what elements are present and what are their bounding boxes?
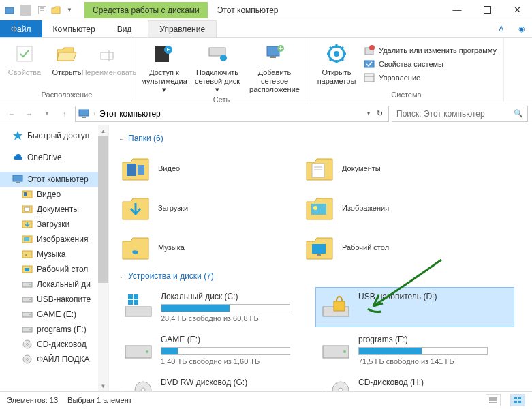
map-network-drive-button[interactable]: Подключить сетевой диск ▾ <box>193 42 242 94</box>
sidebar-item[interactable]: Загрузки <box>0 217 108 232</box>
qat-dropdown-icon[interactable]: ▼ <box>64 5 75 16</box>
drive-item[interactable]: programs (F:)71,5 ГБ свободно из 141 ГБ <box>316 331 514 369</box>
svg-point-53 <box>27 344 29 346</box>
address-bar[interactable]: › ▾ ↻ <box>75 106 389 122</box>
folder-item[interactable]: Документы <box>302 150 486 187</box>
qat-properties-icon[interactable] <box>37 5 48 16</box>
nav-history-dropdown[interactable]: ▼ <box>40 106 54 121</box>
system-properties-button[interactable]: Свойства системы <box>364 59 497 70</box>
disk-tools-tab[interactable]: Средства работы с дисками <box>84 2 208 18</box>
add-network-location-button[interactable]: Добавить сетевое расположение <box>246 42 303 94</box>
tab-computer[interactable]: Компьютер <box>42 20 106 37</box>
minimize-button[interactable]: — <box>442 0 472 20</box>
ribbon-collapse-icon[interactable]: ᐱ <box>491 20 512 37</box>
chevron-down-icon: ⌄ <box>119 273 124 279</box>
sidebar-item[interactable]: Документы <box>0 202 108 217</box>
desktop-folder-icon <box>305 233 334 262</box>
sidebar-item[interactable]: OneDrive <box>0 150 108 165</box>
sidebar-item[interactable]: programs (F:) <box>0 322 108 337</box>
search-input[interactable] <box>396 109 510 119</box>
svg-point-73 <box>146 350 148 353</box>
sidebar-item[interactable]: Музыка <box>0 247 108 262</box>
svg-rect-5 <box>17 46 32 61</box>
folders-section-header[interactable]: ⌄Папки (6) <box>119 134 522 143</box>
search-box[interactable]: 🔍 <box>392 106 528 122</box>
sidebar-item[interactable]: Видео <box>0 187 108 202</box>
sidebar-item[interactable]: CD-дисковод <box>0 337 108 352</box>
folder-label: Музыка <box>158 243 185 252</box>
drive-item[interactable]: Локальный диск (C:)28,4 ГБ свободно из 6… <box>119 288 316 327</box>
media-label: Доступ к мультимедиа ▾ <box>140 68 189 94</box>
tab-file[interactable]: Файл <box>0 20 42 37</box>
drive-item[interactable]: CD-дисковод (H:) <box>316 374 514 391</box>
folder-item[interactable]: Музыка <box>119 229 302 266</box>
network-drive-icon <box>207 42 228 65</box>
tab-manage[interactable]: Управление <box>148 20 217 37</box>
sidebar-item[interactable]: ФАЙЛ ПОДКА <box>0 352 108 367</box>
drive-label: programs (F:) <box>358 335 508 344</box>
drive-item[interactable]: GAME (E:)1,40 ТБ свободно из 1,60 ТБ <box>119 331 316 369</box>
folder-item[interactable]: Рабочий стол <box>302 229 486 266</box>
sidebar-item[interactable]: Изображения <box>0 232 108 247</box>
svg-rect-27 <box>364 61 374 67</box>
folder-item[interactable]: Загрузки <box>119 190 302 226</box>
folder-item[interactable]: Изображения <box>302 190 486 226</box>
selection-count: Выбран 1 элемент <box>67 396 132 404</box>
address-input[interactable] <box>99 109 363 119</box>
sidebar-scrollbar[interactable]: ▲ ▼ <box>98 125 108 391</box>
add-network-icon <box>264 42 285 65</box>
sidebar-item-label: Видео <box>37 190 61 199</box>
tab-view[interactable]: Вид <box>106 20 143 37</box>
image-icon <box>22 234 33 245</box>
media-access-button[interactable]: Доступ к мультимедиа ▾ <box>140 42 189 94</box>
svg-rect-56 <box>127 164 136 176</box>
settings-label: Открыть параметры <box>315 68 358 85</box>
maximize-button[interactable] <box>472 0 502 20</box>
sidebar-item[interactable]: USB-накопите <box>0 292 108 307</box>
close-button[interactable]: ✕ <box>502 0 532 20</box>
svg-rect-89 <box>518 401 521 403</box>
refresh-icon[interactable]: ↻ <box>374 109 386 118</box>
view-details-button[interactable] <box>486 394 501 406</box>
rename-button[interactable]: Переименовать <box>90 42 128 77</box>
manage-button[interactable]: Управление <box>364 72 497 83</box>
scroll-down-arrow[interactable]: ▼ <box>98 380 108 391</box>
devices-section-header[interactable]: ⌄Устройства и диски (7) <box>119 271 522 281</box>
system-menu-icon[interactable] <box>4 5 15 16</box>
scrollbar-thumb[interactable] <box>98 136 108 283</box>
sidebar-item[interactable]: Рабочий стол <box>0 262 108 277</box>
qat-new-folder-icon[interactable] <box>50 5 61 16</box>
svg-point-11 <box>220 55 227 61</box>
properties-label: Свойства <box>8 68 41 77</box>
view-icons-button[interactable] <box>510 394 525 406</box>
svg-rect-37 <box>25 207 29 211</box>
nav-back-button[interactable]: ← <box>4 106 19 121</box>
nav-up-button[interactable]: ↑ <box>57 106 72 121</box>
nav-forward-button[interactable]: → <box>22 106 37 121</box>
sidebar-item[interactable]: GAME (E:) <box>0 307 108 322</box>
sidebar-item[interactable]: Этот компьютер <box>0 172 108 187</box>
sidebar-item[interactable]: Локальный ди <box>0 277 108 292</box>
search-icon[interactable]: 🔍 <box>514 109 523 118</box>
scroll-up-arrow[interactable]: ▲ <box>98 125 108 136</box>
properties-button[interactable]: Свойства <box>5 42 44 77</box>
folder-item[interactable]: Видео <box>119 150 302 187</box>
doc-folder-icon <box>305 154 334 183</box>
open-button[interactable]: Открыть <box>48 42 86 77</box>
svg-line-22 <box>341 59 343 61</box>
drive-item[interactable]: DVDDVD RW дисковод (G:) <box>119 374 316 391</box>
svg-point-82 <box>339 388 343 391</box>
drive-item[interactable]: USB-накопитель (D:) <box>316 288 514 327</box>
address-dropdown-icon[interactable]: ▾ <box>367 110 370 117</box>
drive-usage-bar <box>161 347 290 355</box>
drive-space-label: 1,40 ТБ свободно из 1,60 ТБ <box>161 357 311 365</box>
help-icon[interactable]: ◉ <box>512 20 532 37</box>
open-settings-button[interactable]: Открыть параметры <box>315 42 358 85</box>
svg-point-62 <box>313 206 317 210</box>
sidebar-item-label: CD-дисковод <box>37 339 87 349</box>
cd-icon <box>22 354 33 365</box>
svg-point-49 <box>29 314 31 315</box>
uninstall-programs-button[interactable]: Удалить или изменить программу <box>364 45 497 56</box>
svg-rect-67 <box>134 294 138 299</box>
sidebar-item[interactable]: Быстрый доступ <box>0 128 108 143</box>
